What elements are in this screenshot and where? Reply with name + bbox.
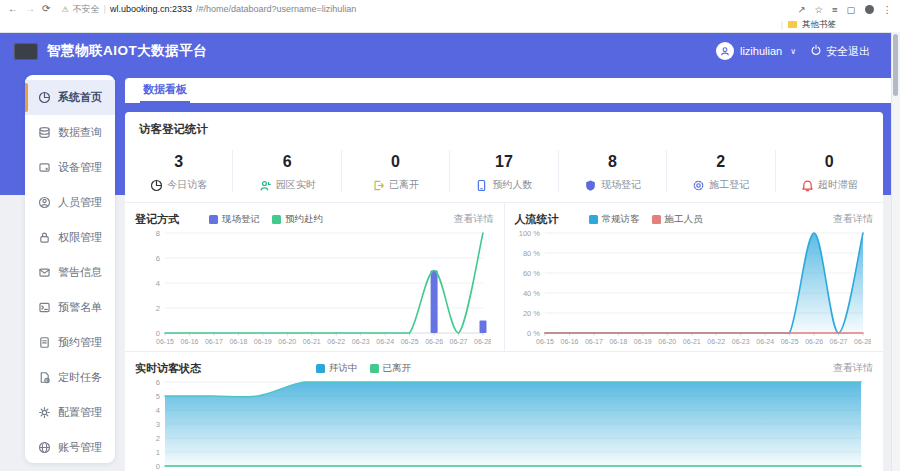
user-icon xyxy=(38,196,51,209)
stat-label: 已离开 xyxy=(389,178,419,192)
other-bookmarks[interactable]: 其他书签 xyxy=(802,19,836,31)
shield-icon xyxy=(584,179,597,192)
sidebar-item-11[interactable]: 账号管理 xyxy=(25,430,115,463)
back-icon[interactable]: ← xyxy=(8,4,18,14)
user-avatar[interactable] xyxy=(716,42,734,60)
legend-item[interactable]: 施工人员 xyxy=(652,213,703,226)
svg-text:100 %: 100 % xyxy=(518,229,540,238)
bookmarks-bar: | 其他书签 xyxy=(0,18,900,31)
sidebar-item-4[interactable]: 人员管理 xyxy=(25,185,115,220)
sidebar-item-8[interactable]: 预约管理 xyxy=(25,325,115,360)
url-host: wl.ubooking.cn:2333 xyxy=(110,4,192,14)
device-icon xyxy=(38,161,51,174)
stat-value: 6 xyxy=(233,153,340,171)
browser-profile-icon[interactable] xyxy=(865,5,874,14)
view-details-link[interactable]: 查看详情 xyxy=(454,212,494,226)
svg-text:06-19: 06-19 xyxy=(633,338,651,345)
registration-method-panel: 登记方式 现场登记预约赴约 查看详情 0246806-1506-1606-170… xyxy=(125,203,505,351)
svg-text:06-16: 06-16 xyxy=(181,338,199,345)
pie-chart-icon xyxy=(38,91,51,104)
stat-value: 8 xyxy=(559,153,666,171)
gear-icon xyxy=(38,406,51,419)
database-icon xyxy=(38,126,51,139)
stat-value: 3 xyxy=(125,153,232,171)
section-title-visitor-stats: 访客登记统计 xyxy=(125,112,883,146)
sidebar-item-7[interactable]: 预警名单 xyxy=(25,290,115,325)
legend-item[interactable]: 现场登记 xyxy=(209,213,260,226)
forward-icon[interactable]: → xyxy=(25,4,35,14)
browser-chrome: ← → ⟳ ⚠ 不安全 | wl.ubooking.cn:2333/#/home… xyxy=(0,0,900,33)
sidebar-item-10[interactable]: 配置管理 xyxy=(25,395,115,430)
address-bar[interactable]: ⚠ 不安全 | wl.ubooking.cn:2333/#/home/datab… xyxy=(61,3,790,16)
svg-text:06-20: 06-20 xyxy=(658,338,676,345)
main-content: 访客登记统计 3 今日访客6 园区实时0 已离开17 预约人数8 现场登记2 施… xyxy=(125,112,883,471)
view-details-link[interactable]: 查看详情 xyxy=(833,361,873,375)
bookmark-star-icon[interactable]: ☆ xyxy=(814,4,823,15)
sidebar-item-label: 账号管理 xyxy=(58,440,102,455)
svg-text:06-16: 06-16 xyxy=(560,338,578,345)
legend-item[interactable]: 预约赴约 xyxy=(272,213,323,226)
legend-item[interactable]: 已离开 xyxy=(370,362,412,375)
share-icon[interactable]: ↗ xyxy=(797,4,805,15)
stat-label: 今日访客 xyxy=(167,178,207,192)
stat-value: 17 xyxy=(450,153,557,171)
app-title: 智慧物联AIOT大数据平台 xyxy=(47,42,207,60)
stat-item: 6 园区实时 xyxy=(233,150,341,192)
svg-text:06-18: 06-18 xyxy=(229,338,247,345)
browser-menu-icon[interactable]: ⋮ xyxy=(883,4,893,15)
svg-text:06-19: 06-19 xyxy=(254,338,272,345)
svg-text:06-21: 06-21 xyxy=(682,338,700,345)
reading-list-icon[interactable]: ≡ xyxy=(832,4,838,15)
svg-text:2: 2 xyxy=(156,304,160,313)
scrollbar[interactable] xyxy=(891,32,900,471)
sidebar-item-3[interactable]: 设备管理 xyxy=(25,150,115,185)
legend-item[interactable]: 拜访中 xyxy=(316,362,358,375)
sidebar-item-6[interactable]: 警告信息 xyxy=(25,255,115,290)
side-panel-icon[interactable]: ▢ xyxy=(847,4,856,15)
terminal-icon xyxy=(38,301,51,314)
svg-text:40 %: 40 % xyxy=(522,289,539,298)
chevron-down-icon[interactable]: ∨ xyxy=(790,47,796,56)
app-header: 智慧物联AIOT大数据平台 lizihulian ∨ 安全退出 xyxy=(0,32,900,70)
sidebar-item-label: 配置管理 xyxy=(58,405,102,420)
legend-item[interactable]: 常规访客 xyxy=(589,213,640,226)
gear-badge-icon xyxy=(692,179,705,192)
chart-title-realtime-visitor: 实时访客状态 xyxy=(135,361,201,376)
sidebar-item-1[interactable]: 系统首页 xyxy=(25,80,115,115)
registration-method-chart: 0246806-1506-1606-1706-1806-1906-2006-21… xyxy=(135,227,491,348)
stat-label: 预约人数 xyxy=(492,178,532,192)
svg-text:06-21: 06-21 xyxy=(303,338,321,345)
view-details-link[interactable]: 查看详情 xyxy=(833,212,873,226)
sidebar-item-5[interactable]: 权限管理 xyxy=(25,220,115,255)
username[interactable]: lizihulian xyxy=(740,45,782,57)
realtime-visitor-chart: 0123456 xyxy=(135,376,869,471)
svg-text:06-25: 06-25 xyxy=(401,338,419,345)
svg-text:06-15: 06-15 xyxy=(536,338,554,345)
people-flow-chart: 0 %20 %40 %60 %80 %100 %06-1506-1606-170… xyxy=(515,227,871,348)
svg-text:0 %: 0 % xyxy=(527,329,540,338)
sidebar-item-2[interactable]: 数据查询 xyxy=(25,115,115,150)
svg-text:06-23: 06-23 xyxy=(731,338,749,345)
sidebar-item-9[interactable]: 定时任务 xyxy=(25,360,115,395)
sidebar-item-label: 预约管理 xyxy=(58,335,102,350)
stat-item: 2 施工登记 xyxy=(667,150,775,192)
svg-text:60 %: 60 % xyxy=(522,269,539,278)
svg-text:4: 4 xyxy=(156,279,160,288)
tab-databoard[interactable]: 数据看板 xyxy=(140,82,190,103)
chart-title-people-flow: 人流统计 xyxy=(515,212,559,227)
sidebar: 系统首页数据查询设备管理人员管理权限管理警告信息预警名单预约管理定时任务配置管理… xyxy=(25,75,115,463)
stats-row: 3 今日访客6 园区实时0 已离开17 预约人数8 现场登记2 施工登记0 超时… xyxy=(125,146,883,203)
scrollbar-thumb[interactable] xyxy=(893,34,898,96)
document-icon xyxy=(38,336,51,349)
svg-text:06-22: 06-22 xyxy=(707,338,725,345)
url-path: /#/home/databoard?username=lizihulian xyxy=(196,4,356,14)
people-flow-panel: 人流统计 常规访客施工人员 查看详情 0 %20 %40 %60 %80 %10… xyxy=(505,203,884,351)
svg-text:3: 3 xyxy=(156,420,160,429)
reload-icon[interactable]: ⟳ xyxy=(42,4,50,14)
tab-bar: 数据看板 xyxy=(125,78,898,103)
power-icon xyxy=(810,44,822,58)
account-icon xyxy=(38,441,51,454)
svg-text:1: 1 xyxy=(156,448,160,457)
stat-label: 施工登记 xyxy=(709,178,749,192)
logout-button[interactable]: 安全退出 xyxy=(810,44,870,59)
